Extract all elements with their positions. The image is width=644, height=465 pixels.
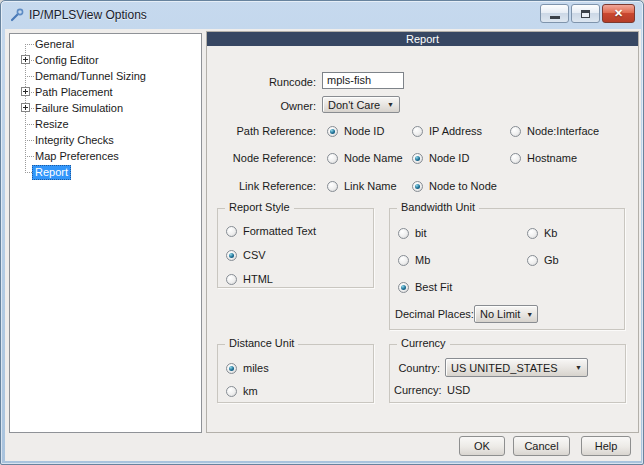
report-panel: Report Runcode: mpls-fish Owner: Don't C…: [206, 31, 639, 433]
report-style-group: Report Style Formatted Text CSV HTML: [217, 208, 374, 288]
radio-icon: [327, 181, 338, 192]
radio-bw-mb[interactable]: Mb: [398, 253, 430, 267]
decimal-places-select[interactable]: No Limit ▼: [474, 305, 538, 323]
tree-item-failure-simulation[interactable]: Failure Simulation: [10, 100, 201, 116]
path-reference-label: Path Reference:: [207, 125, 316, 137]
owner-select[interactable]: Don't Care ▼: [322, 96, 400, 113]
minimize-button[interactable]: [540, 4, 569, 23]
tree-item-demand-tunnel-sizing[interactable]: Demand/Tunnel Sizing: [10, 68, 201, 84]
radio-node-node-id[interactable]: Node ID: [412, 151, 469, 165]
radio-label: Gb: [544, 254, 559, 266]
tree-item-config-editor[interactable]: Config Editor: [10, 52, 201, 68]
titlebar[interactable]: IP/MPLSView Options ✕: [1, 1, 643, 29]
close-button[interactable]: ✕: [602, 4, 635, 23]
dropdown-arrow-icon: ▼: [575, 364, 582, 371]
radio-icon: [398, 228, 409, 239]
radio-icon: [412, 126, 423, 137]
radio-path-ip-address[interactable]: IP Address: [412, 124, 482, 138]
tree-item-label: Path Placement: [35, 84, 113, 100]
cancel-button[interactable]: Cancel: [513, 436, 570, 456]
tree-item-label: Config Editor: [35, 52, 99, 68]
radio-distance-km[interactable]: km: [226, 384, 258, 398]
radio-icon: [327, 153, 338, 164]
maximize-button[interactable]: [571, 4, 600, 23]
radio-selected-icon: [412, 181, 423, 192]
radio-label: km: [243, 385, 258, 397]
radio-node-hostname[interactable]: Hostname: [510, 151, 577, 165]
radio-icon: [226, 226, 237, 237]
radio-label: miles: [243, 362, 269, 374]
radio-selected-icon: [226, 250, 237, 261]
radio-label: Node to Node: [429, 180, 497, 192]
runcode-input[interactable]: mpls-fish: [322, 72, 404, 89]
radio-style-formatted-text[interactable]: Formatted Text: [226, 224, 316, 238]
radio-label: IP Address: [429, 125, 482, 137]
tree-item-resize[interactable]: Resize: [10, 116, 201, 132]
radio-bw-bit[interactable]: bit: [398, 226, 427, 240]
radio-style-html[interactable]: HTML: [226, 272, 273, 286]
tree-item-map-preferences[interactable]: Map Preferences: [10, 148, 201, 164]
radio-label: CSV: [243, 249, 266, 261]
radio-icon: [510, 126, 521, 137]
tree-item-label: Failure Simulation: [35, 100, 123, 116]
bandwidth-unit-group-title: Bandwidth Unit: [397, 201, 479, 213]
tree-item-label: General: [35, 36, 74, 52]
radio-label: Kb: [544, 227, 557, 239]
dropdown-arrow-icon: ▼: [387, 101, 394, 108]
tree-item-label: Map Preferences: [35, 148, 119, 164]
radio-bw-kb[interactable]: Kb: [527, 226, 557, 240]
radio-icon: [226, 274, 237, 285]
expand-plus-icon[interactable]: [21, 55, 30, 64]
dialog-client: General Config Editor Demand/Tunnel Sizi…: [5, 29, 641, 461]
distance-unit-group: Distance Unit miles km: [217, 344, 374, 403]
help-button[interactable]: Help: [581, 436, 631, 456]
link-reference-label: Link Reference:: [207, 180, 316, 192]
expand-plus-icon[interactable]: [21, 87, 30, 96]
tree-item-label: Integrity Checks: [35, 132, 114, 148]
radio-path-node-interface[interactable]: Node:Interface: [510, 124, 599, 138]
tree-item-label: Demand/Tunnel Sizing: [35, 68, 146, 84]
radio-selected-icon: [398, 282, 409, 293]
radio-label: bit: [415, 227, 427, 239]
expand-plus-icon[interactable]: [21, 103, 30, 112]
options-window: IP/MPLSView Options ✕ General Config Edi…: [0, 0, 644, 465]
radio-label: Node:Interface: [527, 125, 599, 137]
radio-link-node-to-node[interactable]: Node to Node: [412, 179, 497, 193]
country-select[interactable]: US UNITED_STATES ▼: [445, 358, 588, 377]
tree-item-general[interactable]: General: [10, 36, 201, 52]
distance-unit-group-title: Distance Unit: [225, 337, 298, 349]
radio-link-link-name[interactable]: Link Name: [327, 179, 397, 193]
tree-item-integrity-checks[interactable]: Integrity Checks: [10, 132, 201, 148]
radio-path-node-id[interactable]: Node ID: [327, 124, 384, 138]
radio-style-csv[interactable]: CSV: [226, 248, 266, 262]
options-tree: General Config Editor Demand/Tunnel Sizi…: [9, 33, 202, 433]
radio-label: Mb: [415, 254, 430, 266]
radio-icon: [510, 153, 521, 164]
radio-node-node-name[interactable]: Node Name: [327, 151, 403, 165]
radio-icon: [527, 228, 538, 239]
country-selected-value: US UNITED_STATES: [451, 362, 558, 374]
radio-selected-icon: [412, 153, 423, 164]
radio-bw-best-fit[interactable]: Best Fit: [398, 280, 452, 294]
tree-item-report[interactable]: Report: [10, 164, 201, 180]
minimize-icon: [550, 16, 560, 19]
panel-header: Report: [207, 32, 638, 46]
window-title: IP/MPLSView Options: [29, 8, 147, 22]
tree-item-label-selected: Report: [32, 165, 71, 180]
radio-label: Formatted Text: [243, 225, 316, 237]
radio-bw-gb[interactable]: Gb: [527, 253, 559, 267]
tree-item-path-placement[interactable]: Path Placement: [10, 84, 201, 100]
currency-value: USD: [447, 384, 470, 396]
radio-distance-miles[interactable]: miles: [226, 361, 269, 375]
radio-label: Node ID: [429, 152, 469, 164]
maximize-icon: [581, 10, 590, 18]
radio-selected-icon: [327, 126, 338, 137]
decimal-places-selected-value: No Limit: [480, 308, 520, 320]
report-style-group-title: Report Style: [225, 201, 294, 213]
country-label: Country:: [392, 362, 440, 374]
radio-selected-icon: [226, 363, 237, 374]
bandwidth-unit-group: Bandwidth Unit bit Kb Mb Gb Best Fit Dec…: [389, 208, 625, 330]
dropdown-arrow-icon: ▼: [526, 311, 533, 318]
node-reference-label: Node Reference:: [207, 152, 316, 164]
ok-button[interactable]: OK: [459, 436, 505, 456]
